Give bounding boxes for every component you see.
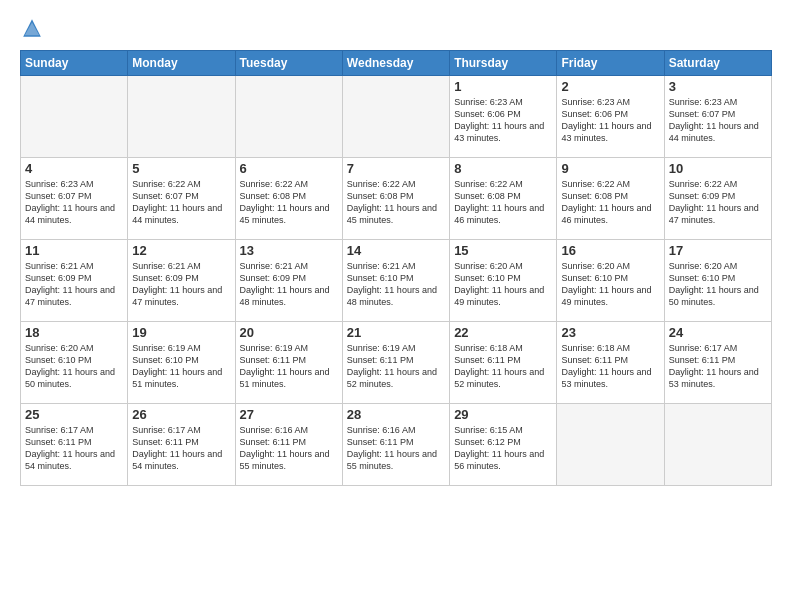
week-row-3: 11Sunrise: 6:21 AMSunset: 6:09 PMDayligh… (21, 240, 772, 322)
day-info: Sunrise: 6:20 AMSunset: 6:10 PMDaylight:… (454, 260, 552, 309)
day-info: Sunrise: 6:17 AMSunset: 6:11 PMDaylight:… (25, 424, 123, 473)
calendar-cell: 17Sunrise: 6:20 AMSunset: 6:10 PMDayligh… (664, 240, 771, 322)
calendar-cell (342, 76, 449, 158)
calendar-cell: 23Sunrise: 6:18 AMSunset: 6:11 PMDayligh… (557, 322, 664, 404)
day-number: 7 (347, 161, 445, 176)
day-info: Sunrise: 6:22 AMSunset: 6:08 PMDaylight:… (240, 178, 338, 227)
day-info: Sunrise: 6:21 AMSunset: 6:09 PMDaylight:… (132, 260, 230, 309)
day-info: Sunrise: 6:20 AMSunset: 6:10 PMDaylight:… (25, 342, 123, 391)
day-info: Sunrise: 6:22 AMSunset: 6:08 PMDaylight:… (561, 178, 659, 227)
day-number: 6 (240, 161, 338, 176)
day-info: Sunrise: 6:23 AMSunset: 6:06 PMDaylight:… (454, 96, 552, 145)
day-number: 4 (25, 161, 123, 176)
calendar-cell: 4Sunrise: 6:23 AMSunset: 6:07 PMDaylight… (21, 158, 128, 240)
day-header-monday: Monday (128, 51, 235, 76)
week-row-4: 18Sunrise: 6:20 AMSunset: 6:10 PMDayligh… (21, 322, 772, 404)
day-number: 23 (561, 325, 659, 340)
calendar-cell: 6Sunrise: 6:22 AMSunset: 6:08 PMDaylight… (235, 158, 342, 240)
day-number: 28 (347, 407, 445, 422)
day-header-saturday: Saturday (664, 51, 771, 76)
day-info: Sunrise: 6:23 AMSunset: 6:07 PMDaylight:… (669, 96, 767, 145)
day-number: 16 (561, 243, 659, 258)
day-number: 1 (454, 79, 552, 94)
day-info: Sunrise: 6:17 AMSunset: 6:11 PMDaylight:… (669, 342, 767, 391)
day-info: Sunrise: 6:22 AMSunset: 6:09 PMDaylight:… (669, 178, 767, 227)
svg-marker-1 (25, 22, 39, 35)
day-info: Sunrise: 6:18 AMSunset: 6:11 PMDaylight:… (454, 342, 552, 391)
day-number: 27 (240, 407, 338, 422)
day-info: Sunrise: 6:22 AMSunset: 6:08 PMDaylight:… (347, 178, 445, 227)
day-number: 26 (132, 407, 230, 422)
day-header-wednesday: Wednesday (342, 51, 449, 76)
calendar-cell: 7Sunrise: 6:22 AMSunset: 6:08 PMDaylight… (342, 158, 449, 240)
week-row-1: 1Sunrise: 6:23 AMSunset: 6:06 PMDaylight… (21, 76, 772, 158)
day-number: 2 (561, 79, 659, 94)
calendar-cell: 29Sunrise: 6:15 AMSunset: 6:12 PMDayligh… (450, 404, 557, 486)
calendar-cell: 21Sunrise: 6:19 AMSunset: 6:11 PMDayligh… (342, 322, 449, 404)
calendar-cell (557, 404, 664, 486)
calendar-cell: 28Sunrise: 6:16 AMSunset: 6:11 PMDayligh… (342, 404, 449, 486)
calendar-cell: 5Sunrise: 6:22 AMSunset: 6:07 PMDaylight… (128, 158, 235, 240)
day-info: Sunrise: 6:21 AMSunset: 6:09 PMDaylight:… (25, 260, 123, 309)
day-info: Sunrise: 6:22 AMSunset: 6:08 PMDaylight:… (454, 178, 552, 227)
day-info: Sunrise: 6:19 AMSunset: 6:11 PMDaylight:… (347, 342, 445, 391)
day-info: Sunrise: 6:16 AMSunset: 6:11 PMDaylight:… (240, 424, 338, 473)
day-number: 29 (454, 407, 552, 422)
day-number: 19 (132, 325, 230, 340)
day-number: 25 (25, 407, 123, 422)
day-header-sunday: Sunday (21, 51, 128, 76)
calendar-cell: 14Sunrise: 6:21 AMSunset: 6:10 PMDayligh… (342, 240, 449, 322)
day-info: Sunrise: 6:19 AMSunset: 6:10 PMDaylight:… (132, 342, 230, 391)
calendar-cell: 12Sunrise: 6:21 AMSunset: 6:09 PMDayligh… (128, 240, 235, 322)
calendar-cell: 2Sunrise: 6:23 AMSunset: 6:06 PMDaylight… (557, 76, 664, 158)
day-info: Sunrise: 6:21 AMSunset: 6:10 PMDaylight:… (347, 260, 445, 309)
calendar-cell (21, 76, 128, 158)
day-number: 24 (669, 325, 767, 340)
day-number: 10 (669, 161, 767, 176)
calendar-cell: 15Sunrise: 6:20 AMSunset: 6:10 PMDayligh… (450, 240, 557, 322)
calendar-cell: 8Sunrise: 6:22 AMSunset: 6:08 PMDaylight… (450, 158, 557, 240)
day-number: 21 (347, 325, 445, 340)
week-row-5: 25Sunrise: 6:17 AMSunset: 6:11 PMDayligh… (21, 404, 772, 486)
day-number: 9 (561, 161, 659, 176)
day-info: Sunrise: 6:15 AMSunset: 6:12 PMDaylight:… (454, 424, 552, 473)
day-info: Sunrise: 6:16 AMSunset: 6:11 PMDaylight:… (347, 424, 445, 473)
header (20, 16, 772, 40)
day-number: 8 (454, 161, 552, 176)
calendar-cell: 26Sunrise: 6:17 AMSunset: 6:11 PMDayligh… (128, 404, 235, 486)
day-number: 11 (25, 243, 123, 258)
day-header-tuesday: Tuesday (235, 51, 342, 76)
day-info: Sunrise: 6:20 AMSunset: 6:10 PMDaylight:… (561, 260, 659, 309)
day-number: 12 (132, 243, 230, 258)
calendar-cell: 27Sunrise: 6:16 AMSunset: 6:11 PMDayligh… (235, 404, 342, 486)
day-number: 15 (454, 243, 552, 258)
day-info: Sunrise: 6:19 AMSunset: 6:11 PMDaylight:… (240, 342, 338, 391)
day-info: Sunrise: 6:20 AMSunset: 6:10 PMDaylight:… (669, 260, 767, 309)
calendar-page: SundayMondayTuesdayWednesdayThursdayFrid… (0, 0, 792, 496)
calendar-cell: 25Sunrise: 6:17 AMSunset: 6:11 PMDayligh… (21, 404, 128, 486)
calendar-cell (664, 404, 771, 486)
calendar-cell: 10Sunrise: 6:22 AMSunset: 6:09 PMDayligh… (664, 158, 771, 240)
calendar-cell: 24Sunrise: 6:17 AMSunset: 6:11 PMDayligh… (664, 322, 771, 404)
calendar-cell: 18Sunrise: 6:20 AMSunset: 6:10 PMDayligh… (21, 322, 128, 404)
calendar-cell (128, 76, 235, 158)
calendar-cell: 13Sunrise: 6:21 AMSunset: 6:09 PMDayligh… (235, 240, 342, 322)
day-number: 3 (669, 79, 767, 94)
calendar-cell: 11Sunrise: 6:21 AMSunset: 6:09 PMDayligh… (21, 240, 128, 322)
day-info: Sunrise: 6:17 AMSunset: 6:11 PMDaylight:… (132, 424, 230, 473)
logo-icon (20, 16, 44, 40)
day-number: 17 (669, 243, 767, 258)
calendar-cell: 16Sunrise: 6:20 AMSunset: 6:10 PMDayligh… (557, 240, 664, 322)
calendar-cell: 19Sunrise: 6:19 AMSunset: 6:10 PMDayligh… (128, 322, 235, 404)
day-number: 18 (25, 325, 123, 340)
calendar-cell: 1Sunrise: 6:23 AMSunset: 6:06 PMDaylight… (450, 76, 557, 158)
days-header-row: SundayMondayTuesdayWednesdayThursdayFrid… (21, 51, 772, 76)
day-info: Sunrise: 6:23 AMSunset: 6:06 PMDaylight:… (561, 96, 659, 145)
calendar-table: SundayMondayTuesdayWednesdayThursdayFrid… (20, 50, 772, 486)
calendar-cell: 22Sunrise: 6:18 AMSunset: 6:11 PMDayligh… (450, 322, 557, 404)
logo (20, 16, 48, 40)
day-header-thursday: Thursday (450, 51, 557, 76)
day-info: Sunrise: 6:21 AMSunset: 6:09 PMDaylight:… (240, 260, 338, 309)
day-info: Sunrise: 6:23 AMSunset: 6:07 PMDaylight:… (25, 178, 123, 227)
day-number: 13 (240, 243, 338, 258)
